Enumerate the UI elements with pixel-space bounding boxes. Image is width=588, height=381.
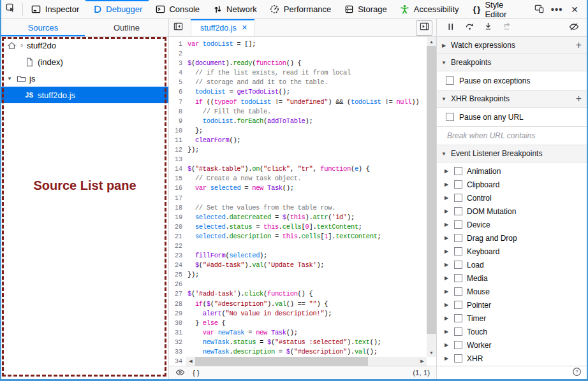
meatball-menu-button[interactable]: •••: [548, 1, 565, 18]
event-category-checkbox[interactable]: [454, 207, 462, 215]
line-number[interactable]: 16: [169, 183, 187, 193]
pause-on-any-url-checkbox[interactable]: [446, 113, 454, 121]
xhr-breakpoints-header[interactable]: ▼ XHR Breakpoints +: [437, 90, 587, 108]
step-over-button[interactable]: [462, 20, 477, 36]
twisty-collapsed-icon[interactable]: ▶: [443, 182, 450, 187]
line-number[interactable]: 19: [169, 213, 187, 222]
xhr-url-input[interactable]: [446, 131, 576, 141]
code-line[interactable]: 23 fillForm(selected);: [169, 251, 427, 261]
code-line[interactable]: 11 clearForm();: [169, 136, 427, 145]
twisty-expanded-icon[interactable]: ▼: [6, 76, 13, 82]
event-category-checkbox[interactable]: [454, 354, 462, 363]
code-line[interactable]: 19 selected.dateCreated = $(this).attr('…: [169, 213, 427, 222]
scroll-right-icon[interactable]: ▶: [418, 357, 427, 366]
ignore-source-button[interactable]: [566, 20, 582, 36]
event-category-load[interactable]: ▶Load: [437, 258, 587, 271]
line-number[interactable]: 25: [169, 270, 187, 280]
tab-network[interactable]: Network: [206, 0, 263, 18]
code-line[interactable]: 17: [169, 194, 427, 203]
collapse-sources-pane-button[interactable]: [170, 21, 186, 35]
code-line[interactable]: 31 var newTask = new Task();: [169, 328, 427, 338]
event-category-animation[interactable]: ▶Animation: [437, 164, 587, 178]
step-out-button[interactable]: [499, 20, 514, 36]
add-xhr-breakpoint-icon[interactable]: +: [576, 93, 582, 104]
code-line[interactable]: 4 // if the list exists, read it from lo…: [169, 68, 427, 78]
twisty-collapsed-icon[interactable]: ▶: [443, 168, 450, 174]
pause-on-any-url-row[interactable]: Pause on any URL: [437, 108, 587, 127]
line-number[interactable]: 3: [169, 59, 187, 68]
tab-outline[interactable]: Outline: [85, 19, 168, 36]
code-line[interactable]: 12});: [169, 145, 427, 155]
event-category-xhr[interactable]: ▶XHR: [437, 352, 587, 365]
twisty-collapsed-icon[interactable]: ▶: [443, 315, 450, 321]
event-category-checkbox[interactable]: [454, 194, 462, 202]
scroll-up-icon[interactable]: ▲: [427, 37, 436, 46]
pause-button[interactable]: [443, 20, 459, 36]
pretty-print-button[interactable]: { }: [193, 369, 200, 377]
code-line[interactable]: 14$("#task-table").on("click", "tr", fun…: [169, 164, 427, 174]
event-category-checkbox[interactable]: [454, 180, 462, 189]
tree-item--index-[interactable]: (index): [1, 54, 168, 70]
code-line[interactable]: 25});: [169, 270, 427, 280]
line-number[interactable]: 28: [169, 299, 187, 309]
line-number[interactable]: 15: [169, 174, 187, 183]
event-listener-breakpoints-header[interactable]: ▼ Event Listener Breakpoints: [437, 145, 587, 162]
vertical-scroll-thumb[interactable]: [427, 46, 436, 334]
code-line[interactable]: 33 newTask.description = $("#description…: [169, 347, 427, 357]
tab-storage[interactable]: Storage: [337, 0, 393, 18]
watch-expressions-header[interactable]: ▶ Watch expressions +: [437, 37, 587, 54]
code-line[interactable]: 8 // Fill the table.: [169, 107, 427, 117]
code-line[interactable]: 32 newTask.status = $("#status :selected…: [169, 338, 427, 347]
code-line[interactable]: 5 // storage and add it to the table.: [169, 78, 427, 87]
event-category-device[interactable]: ▶Device: [437, 218, 587, 231]
line-number[interactable]: 26: [169, 280, 187, 289]
code-line[interactable]: 9 todoList.forEach(addToTable);: [169, 117, 427, 126]
close-devtools-button[interactable]: ✕: [566, 1, 583, 18]
line-number[interactable]: 1: [169, 40, 187, 49]
line-number[interactable]: 23: [169, 251, 187, 261]
event-category-checkbox[interactable]: [454, 301, 462, 309]
event-category-checkbox[interactable]: [454, 274, 462, 282]
line-number[interactable]: 24: [169, 261, 187, 270]
line-number[interactable]: 32: [169, 338, 187, 347]
code-line[interactable]: 22: [169, 241, 427, 251]
pause-on-exceptions-checkbox[interactable]: [446, 76, 454, 85]
line-number[interactable]: 27: [169, 289, 187, 299]
twisty-collapsed-icon[interactable]: ▶: [443, 289, 450, 294]
responsive-design-mode-button[interactable]: [531, 1, 547, 18]
tab-inspector[interactable]: Inspector: [25, 0, 85, 18]
event-category-checkbox[interactable]: [454, 167, 462, 175]
line-number[interactable]: 22: [169, 241, 187, 251]
code-line[interactable]: 1var todoList = [];: [169, 40, 427, 49]
event-category-mouse[interactable]: ▶Mouse: [437, 285, 587, 298]
eye-icon[interactable]: [175, 368, 185, 378]
event-category-touch[interactable]: ▶Touch: [437, 325, 587, 338]
event-category-checkbox[interactable]: [454, 261, 462, 269]
step-in-button[interactable]: [480, 20, 496, 36]
pick-element-button[interactable]: [1, 0, 20, 18]
line-number[interactable]: 9: [169, 117, 187, 126]
line-number[interactable]: 11: [169, 136, 187, 145]
line-number[interactable]: 33: [169, 347, 187, 357]
tree-item-stuff2do[interactable]: ›stuff2do: [1, 37, 168, 54]
tab-accessibility[interactable]: Accessibility: [393, 0, 466, 18]
event-category-checkbox[interactable]: [454, 327, 462, 336]
code-line[interactable]: 16 var selected = new Task();: [169, 183, 427, 193]
line-number[interactable]: 34: [169, 357, 187, 366]
code-line[interactable]: 2: [169, 49, 427, 59]
line-number[interactable]: 20: [169, 222, 187, 232]
code-line[interactable]: 13: [169, 155, 427, 164]
line-number[interactable]: 13: [169, 155, 187, 164]
twisty-collapsed-icon[interactable]: ▶: [443, 342, 450, 348]
tab-debugger[interactable]: Debugger: [85, 0, 149, 18]
code-line[interactable]: 20 selected.status = this.cells[0].textC…: [169, 222, 427, 232]
scroll-left-icon[interactable]: ◀: [186, 357, 195, 366]
twisty-collapsed-icon[interactable]: ▶: [443, 208, 450, 214]
code-editor[interactable]: 1var todoList = [];23$(document).ready(f…: [169, 37, 437, 379]
horizontal-scrollbar[interactable]: ◀ ▶: [186, 357, 427, 366]
horizontal-scroll-thumb[interactable]: [195, 357, 368, 366]
tab-console[interactable]: Console: [149, 0, 206, 18]
event-category-checkbox[interactable]: [454, 314, 462, 322]
line-number[interactable]: 18: [169, 203, 187, 213]
tab-sources[interactable]: Sources: [1, 19, 85, 36]
